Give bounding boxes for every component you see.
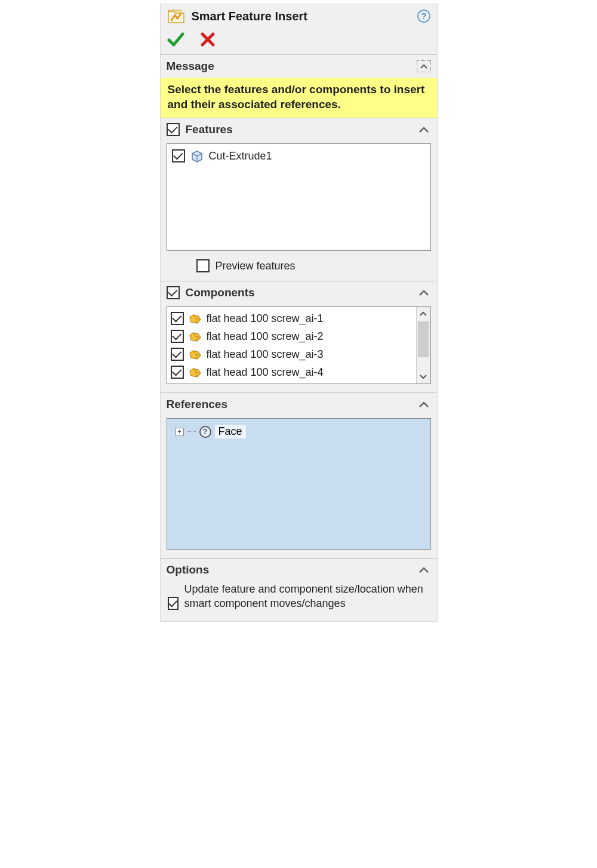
components-scrollbar[interactable]: [416, 307, 430, 384]
component-checkbox[interactable]: [171, 348, 184, 361]
help-icon[interactable]: ?: [417, 9, 431, 23]
message-title: Message: [167, 60, 411, 73]
part-icon: [187, 347, 203, 361]
component-item[interactable]: flat head 100 screw_ai-4: [170, 363, 414, 381]
scroll-down-icon[interactable]: [417, 370, 430, 384]
component-label: flat head 100 screw_ai-4: [207, 366, 324, 379]
component-item[interactable]: flat head 100 screw_ai-3: [170, 345, 414, 363]
collapse-components-button[interactable]: [417, 287, 431, 299]
smart-feature-icon: [167, 8, 186, 24]
component-checkbox[interactable]: [171, 330, 184, 343]
panel-header: Smart Feature Insert ?: [161, 4, 437, 27]
update-checkbox[interactable]: [168, 597, 179, 610]
unknown-ref-icon: ?: [199, 426, 211, 438]
ok-cancel-bar: [161, 27, 437, 54]
options-title: Options: [167, 563, 411, 576]
feature-item-label: Cut-Extrude1: [209, 150, 272, 162]
ok-button[interactable]: [167, 30, 184, 48]
features-list[interactable]: Cut-Extrude1: [167, 143, 431, 251]
panel-title: Smart Feature Insert: [192, 10, 411, 23]
options-body: Update feature and component size/locati…: [161, 581, 437, 621]
components-title: Components: [186, 286, 411, 299]
component-label: flat head 100 screw_ai-3: [207, 348, 324, 361]
component-label: flat head 100 screw_ai-2: [207, 330, 324, 343]
part-icon: [187, 311, 203, 326]
features-section: Features Cut-Extrude1 Preview features: [161, 118, 437, 281]
component-checkbox[interactable]: [171, 366, 184, 379]
features-checkbox[interactable]: [167, 123, 180, 136]
expand-icon[interactable]: +: [176, 428, 184, 436]
collapse-features-button[interactable]: [417, 124, 431, 136]
component-item[interactable]: flat head 100 screw_ai-2: [170, 327, 414, 345]
features-title: Features: [186, 123, 411, 136]
components-section: Components flat head 100 screw_ai-1: [161, 281, 437, 384]
part-icon: [187, 365, 203, 379]
component-item[interactable]: flat head 100 screw_ai-1: [170, 309, 414, 327]
cut-extrude-icon: [190, 149, 204, 163]
cancel-button[interactable]: [199, 30, 217, 48]
references-section: References + ? Face: [161, 393, 437, 550]
component-checkbox[interactable]: [171, 312, 184, 325]
reference-label: Face: [215, 425, 246, 438]
references-title: References: [167, 398, 411, 411]
preview-features-row: Preview features: [161, 257, 437, 281]
tree-connector: [187, 431, 196, 432]
components-list[interactable]: flat head 100 screw_ai-1 flat head 100 s…: [167, 307, 416, 384]
collapse-options-button[interactable]: [417, 564, 431, 576]
preview-features-label: Preview features: [216, 260, 296, 272]
components-list-wrap: flat head 100 screw_ai-1 flat head 100 s…: [167, 306, 431, 384]
collapse-message-button[interactable]: [417, 60, 431, 72]
collapse-references-button[interactable]: [417, 398, 431, 410]
components-checkbox[interactable]: [167, 286, 180, 299]
component-label: flat head 100 screw_ai-1: [207, 312, 324, 325]
part-icon: [187, 329, 203, 343]
message-section: Message Select the features and/or compo…: [161, 55, 437, 118]
feature-item-checkbox[interactable]: [172, 149, 185, 162]
update-label: Update feature and component size/locati…: [184, 582, 430, 611]
preview-features-checkbox[interactable]: [196, 259, 210, 272]
references-list[interactable]: + ? Face: [167, 418, 431, 550]
options-section: Options Update feature and component siz…: [161, 559, 437, 621]
scroll-thumb[interactable]: [418, 321, 429, 357]
feature-item[interactable]: Cut-Extrude1: [171, 148, 427, 164]
message-body: Select the features and/or components to…: [161, 78, 437, 118]
reference-item[interactable]: + ? Face: [176, 425, 422, 438]
smart-feature-insert-panel: Smart Feature Insert ? Message: [160, 4, 438, 622]
scroll-up-icon[interactable]: [417, 307, 430, 320]
svg-text:?: ?: [421, 11, 426, 21]
